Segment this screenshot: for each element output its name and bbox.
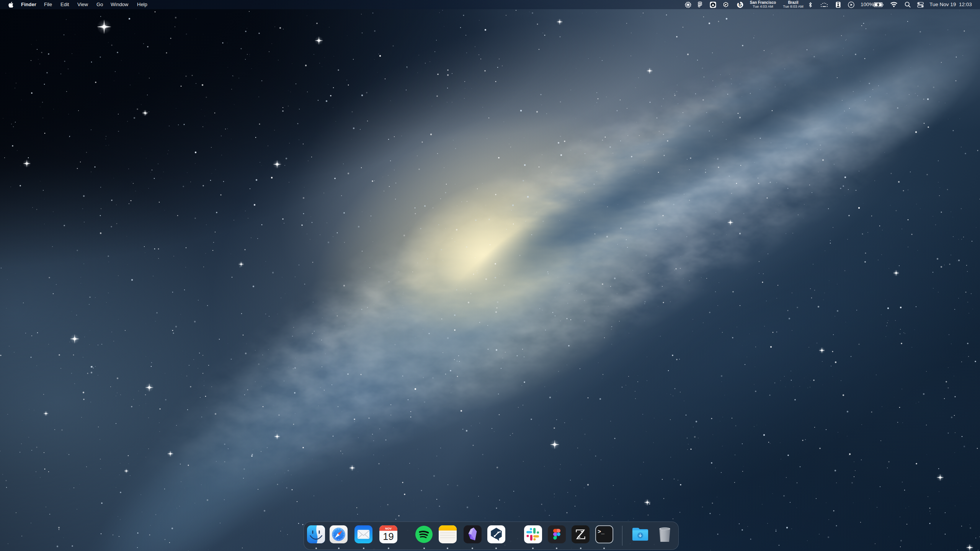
svg-text:NOV: NOV xyxy=(385,527,392,530)
svg-text:19: 19 xyxy=(383,531,394,542)
svg-text:G: G xyxy=(738,2,742,7)
svg-text:>_: >_ xyxy=(598,529,604,535)
